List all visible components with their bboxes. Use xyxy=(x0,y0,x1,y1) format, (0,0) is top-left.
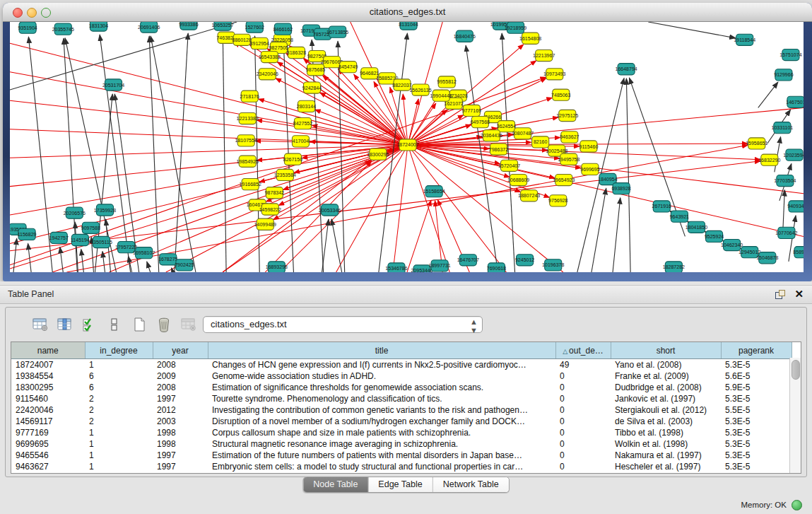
new-table-icon[interactable] xyxy=(130,315,148,334)
table-settings-icon[interactable] xyxy=(31,315,49,334)
table-cell[interactable]: Yano et al. (2008) xyxy=(611,359,721,371)
table-cell[interactable]: 1 xyxy=(85,438,153,450)
tab-network-table[interactable]: Network Table xyxy=(433,477,509,492)
column-header[interactable]: year xyxy=(153,342,208,359)
table-cell[interactable]: 2008 xyxy=(153,382,208,393)
table-cell[interactable]: 2012 xyxy=(153,404,208,416)
table-cell[interactable]: 1997 xyxy=(153,393,208,404)
table-cell[interactable]: 5.3E-5 xyxy=(721,393,792,404)
column-header[interactable]: in_degree xyxy=(85,342,153,359)
table-cell[interactable]: 2003 xyxy=(153,416,208,427)
table-row[interactable]: 946362711997Embryonic stem cells: a mode… xyxy=(11,461,792,472)
close-panel-icon[interactable]: ✕ xyxy=(794,288,804,300)
table-cell[interactable]: Tourette syndrome. Phenomenology and cla… xyxy=(208,393,555,404)
table-cell[interactable]: 0 xyxy=(555,382,611,393)
table-cell[interactable]: Genome-wide association studies in ADHD. xyxy=(208,370,555,382)
table-cell[interactable]: 0 xyxy=(555,427,611,438)
table-cell[interactable]: 0 xyxy=(555,461,611,472)
table-cell[interactable]: 1998 xyxy=(153,438,208,450)
table-cell[interactable]: de Silva et al. (2003) xyxy=(611,416,721,427)
table-cell[interactable]: 5.3E-5 xyxy=(721,438,792,450)
table-cell[interactable]: Changes of HCN gene expression and I(f) … xyxy=(208,359,555,371)
table-cell[interactable]: 0 xyxy=(555,450,611,461)
table-cell[interactable]: Tibbo et al. (1998) xyxy=(611,427,721,438)
table-cell[interactable]: 5.5E-5 xyxy=(721,404,792,416)
network-window-titlebar[interactable]: citations_edges.txt xyxy=(3,3,812,22)
table-cell[interactable]: Wolkin et al. (1998) xyxy=(611,438,721,450)
float-panel-icon[interactable] xyxy=(775,290,785,299)
column-header[interactable]: name xyxy=(11,342,85,359)
column-header[interactable]: pagerank xyxy=(721,342,792,359)
network-canvas-container[interactable]: 1872400718300295746382288601288912954232… xyxy=(10,22,804,272)
table-cell[interactable]: 9115460 xyxy=(11,393,85,404)
table-cell[interactable]: 19384554 xyxy=(11,370,85,382)
table-cell[interactable]: 0 xyxy=(555,404,611,416)
table-scrollbar[interactable] xyxy=(789,358,801,473)
table-selector-dropdown[interactable]: citations_edges.txt ▲▼ xyxy=(203,316,483,333)
table-cell[interactable]: 2009 xyxy=(153,370,208,382)
delete-table-icon[interactable] xyxy=(155,315,173,334)
tab-node-table[interactable]: Node Table xyxy=(303,477,368,492)
table-cell[interactable]: 1 xyxy=(85,461,153,472)
table-row[interactable]: 969969511998Structural magnetic resonanc… xyxy=(11,438,792,450)
table-cell[interactable]: 6 xyxy=(85,382,153,393)
table-cell[interactable]: 0 xyxy=(555,370,611,382)
table-cell[interactable]: 2 xyxy=(85,404,153,416)
table-cell[interactable]: Jankovic et al. (1997) xyxy=(611,393,721,404)
table-cell[interactable]: 1997 xyxy=(153,450,208,461)
table-cell[interactable]: 1 xyxy=(85,359,153,371)
table-row[interactable]: 2242004622012Investigating the contribut… xyxy=(11,404,792,416)
table-cell[interactable]: 5.3E-5 xyxy=(721,427,792,438)
column-header[interactable]: △out_de… xyxy=(555,342,611,359)
table-cell[interactable]: 9465546 xyxy=(11,450,85,461)
table-cell[interactable]: Franke et al. (2009) xyxy=(611,370,721,382)
table-cell[interactable]: Structural magnetic resonance image aver… xyxy=(208,438,555,450)
table-cell[interactable]: Stergiakouli et al. (2012) xyxy=(611,404,721,416)
table-cell[interactable]: 18300295 xyxy=(11,382,85,393)
table-cell[interactable]: 1998 xyxy=(153,427,208,438)
table-cell[interactable]: Dudbridge et al. (2008) xyxy=(611,382,721,393)
table-cell[interactable]: Estimation of significance thresholds fo… xyxy=(208,382,555,393)
column-header[interactable]: title xyxy=(208,342,555,359)
table-cell[interactable]: Nakamura et al. (1997) xyxy=(611,450,721,461)
table-cell[interactable]: 9463627 xyxy=(11,461,85,472)
table-row[interactable]: 911546021997Tourette syndrome. Phenomeno… xyxy=(11,393,792,404)
table-cell[interactable]: 14569117 xyxy=(11,416,85,427)
table-cell[interactable]: 5.3E-5 xyxy=(721,416,792,427)
table-row[interactable]: 946554611997Estimation of the future num… xyxy=(11,450,792,461)
table-cell[interactable]: 0 xyxy=(555,416,611,427)
table-cell[interactable]: 49 xyxy=(555,359,611,371)
table-scrollbar-thumb[interactable] xyxy=(792,360,800,380)
table-cell[interactable]: 2 xyxy=(85,393,153,404)
split-panel-icon[interactable] xyxy=(105,315,124,334)
table-cell[interactable]: 6 xyxy=(85,370,153,382)
table-cell[interactable]: 1997 xyxy=(153,461,208,472)
column-header[interactable]: short xyxy=(611,342,721,359)
table-cell[interactable]: 0 xyxy=(555,438,611,450)
table-cell[interactable]: 5.6E-5 xyxy=(721,370,792,382)
table-cell[interactable]: 2008 xyxy=(153,359,208,371)
table-cell[interactable]: Estimation of the future numbers of pati… xyxy=(208,450,555,461)
table-cell[interactable]: 9777169 xyxy=(11,427,85,438)
table-cell[interactable]: 5.9E-5 xyxy=(721,382,792,393)
table-cell[interactable]: 0 xyxy=(555,393,611,404)
table-cell[interactable]: Embryonic stem cells: a model to study s… xyxy=(208,461,555,472)
table-row[interactable]: 1872400712008Changes of HCN gene express… xyxy=(11,359,792,371)
table-row[interactable]: 1456911722003Disruption of a novel membe… xyxy=(11,416,792,427)
show-columns-icon[interactable] xyxy=(56,315,74,334)
table-cell[interactable]: 1 xyxy=(85,427,153,438)
table-row[interactable]: 1938455462009Genome-wide association stu… xyxy=(11,370,792,382)
table-row[interactable]: 977716911998Corpus callosum shape and si… xyxy=(11,427,792,438)
tab-edge-table[interactable]: Edge Table xyxy=(368,477,433,492)
table-cell[interactable]: 9699695 xyxy=(11,438,85,450)
table-cell[interactable]: Disruption of a novel member of a sodium… xyxy=(208,416,555,427)
table-cell[interactable]: 5.3E-5 xyxy=(721,461,792,472)
table-cell[interactable]: Hescheler et al. (1997) xyxy=(611,461,721,472)
table-cell[interactable]: 5.3E-5 xyxy=(721,359,792,371)
table-row[interactable]: 1830029562008Estimation of significance … xyxy=(11,382,792,393)
table-cell[interactable]: 22420046 xyxy=(11,404,85,416)
table-cell[interactable]: Corpus callosum shape and size in male p… xyxy=(208,427,555,438)
table-cell[interactable]: 1 xyxy=(85,450,153,461)
table-cell[interactable]: 5.3E-5 xyxy=(721,450,792,461)
select-all-functions-icon[interactable] xyxy=(81,315,99,334)
